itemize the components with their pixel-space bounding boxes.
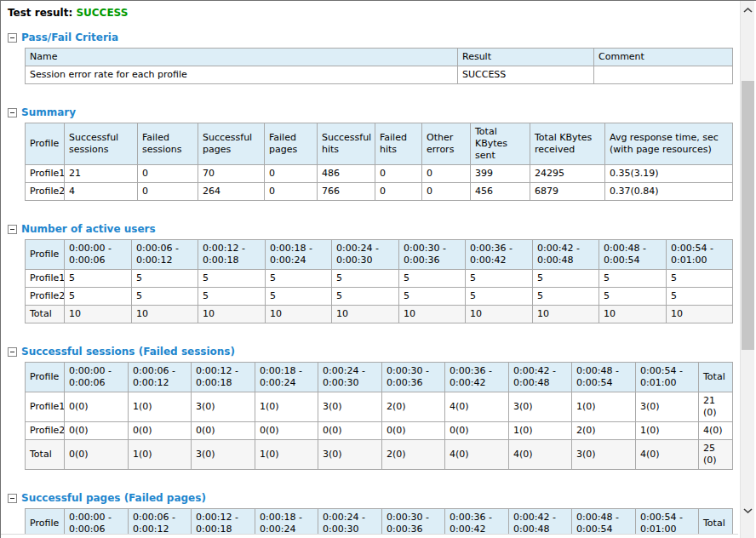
- section-title: Number of active users: [21, 223, 156, 236]
- table-cell: 6879: [530, 183, 605, 201]
- table-cell: 0(0): [318, 422, 382, 440]
- column-header: Total KBytes sent: [471, 123, 530, 165]
- column-header: 0:00:24 - 0:00:30: [318, 509, 382, 535]
- column-header: Successful hits: [318, 123, 375, 165]
- header-row: Profile0:00:00 - 0:00:060:00:06 - 0:00:1…: [26, 509, 733, 535]
- scroll-down-button[interactable]: [741, 504, 754, 518]
- scrollbar-thumb[interactable]: [742, 81, 754, 350]
- table-cell: 5: [332, 270, 399, 288]
- table-cell: Profile2: [26, 422, 65, 440]
- table-cell: Profile1: [26, 165, 65, 183]
- vertical-scrollbar[interactable]: [740, 1, 754, 538]
- table-cell: 21: [65, 165, 138, 183]
- table-cell: 5: [599, 270, 667, 288]
- table-cell: 3(0): [192, 440, 255, 470]
- column-header: 0:00:24 - 0:00:30: [318, 363, 382, 392]
- table-cell: 5: [332, 288, 399, 306]
- table-cell: 0: [422, 183, 471, 201]
- table-cell: 1(0): [509, 422, 572, 440]
- column-header: 0:00:00 - 0:00:06: [65, 363, 129, 392]
- header-row: Profile0:00:00 - 0:00:060:00:06 - 0:00:1…: [26, 363, 733, 392]
- column-header: 0:00:36 - 0:00:42: [445, 363, 509, 392]
- column-header: Profile: [26, 509, 65, 535]
- table-cell: 3(0): [636, 392, 699, 422]
- column-header: Comment: [594, 49, 733, 66]
- section-heading: Successful pages (Failed pages): [8, 492, 738, 505]
- collapse-icon[interactable]: [8, 33, 17, 43]
- table-cell: 10: [198, 306, 266, 323]
- column-header: 0:00:00 - 0:00:06: [65, 240, 132, 270]
- test-result-line: Test result: SUCCESS: [8, 7, 738, 20]
- table-cell: 10: [332, 306, 399, 323]
- section-heading: Successful sessions (Failed sessions): [8, 346, 738, 358]
- table-cell: 0(0): [129, 422, 192, 440]
- report-content: Test result: SUCCESS Pass/Fail Criteria …: [1, 1, 738, 534]
- table-cell: 0: [422, 165, 471, 183]
- collapse-icon[interactable]: [8, 108, 17, 117]
- summary-table: ProfileSuccessful sessionsFailed session…: [25, 123, 733, 201]
- column-header: Successful sessions: [65, 123, 138, 165]
- active-users-table: Profile0:00:00 - 0:00:060:00:06 - 0:00:1…: [25, 239, 733, 323]
- table-cell: 4(0): [445, 392, 509, 422]
- scroll-up-button[interactable]: [741, 3, 754, 17]
- table-cell: 10: [599, 306, 667, 323]
- table-row: Total0(0)1(0)3(0)1(0)3(0)2(0)4(0)4(0)3(0…: [26, 440, 733, 470]
- table-row: Session error rate for each profileSUCCE…: [26, 66, 733, 84]
- table-cell: 10: [266, 306, 332, 323]
- collapse-icon[interactable]: [8, 225, 17, 234]
- table-cell: 0.35(3.19): [605, 165, 733, 183]
- table-cell: 5: [266, 270, 332, 288]
- table-cell: [594, 66, 733, 84]
- table-row: Profile20(0)0(0)0(0)0(0)0(0)0(0)0(0)1(0)…: [26, 422, 733, 440]
- column-header: Failed hits: [375, 123, 422, 165]
- table-cell: 766: [318, 183, 375, 201]
- column-header: 0:00:12 - 0:00:18: [198, 240, 266, 270]
- chevron-down-icon: [743, 508, 753, 513]
- column-header: Successful pages: [198, 123, 265, 165]
- table-cell: 10: [667, 306, 733, 323]
- column-header: Profile: [26, 363, 65, 392]
- column-header: 0:00:42 - 0:00:48: [533, 240, 599, 270]
- column-header: Failed pages: [265, 123, 318, 165]
- table-cell: Session error rate for each profile: [26, 66, 458, 84]
- table-cell: 5: [65, 270, 132, 288]
- table-cell: 4: [65, 183, 138, 201]
- column-header: Profile: [26, 240, 65, 270]
- section-summary: Summary ProfileSuccessful sessionsFailed…: [8, 106, 738, 201]
- table-cell: 0: [138, 183, 198, 201]
- table-cell: 1(0): [255, 440, 318, 470]
- section-heading: Pass/Fail Criteria: [8, 31, 738, 44]
- table-cell: 3(0): [318, 392, 382, 422]
- column-header: 0:00:54 - 0:01:00: [667, 240, 733, 270]
- table-cell: 10: [132, 306, 198, 323]
- test-result-label: Test result:: [8, 7, 72, 19]
- column-header: 0:00:12 - 0:00:18: [192, 363, 255, 392]
- table-cell: 5: [466, 288, 533, 306]
- table-cell: 0: [138, 165, 198, 183]
- table-cell: 0: [265, 183, 318, 201]
- column-header: 0:00:30 - 0:00:36: [382, 509, 445, 535]
- table-cell: 1(0): [129, 392, 192, 422]
- table-cell: 10: [533, 306, 599, 323]
- column-header: 0:00:18 - 0:00:24: [266, 240, 332, 270]
- table-cell: 2(0): [382, 440, 445, 470]
- table-cell: 456: [471, 183, 530, 201]
- column-header: 0:00:48 - 0:00:54: [572, 363, 636, 392]
- table-cell: 5: [533, 288, 599, 306]
- table-cell: 5: [533, 270, 599, 288]
- table-cell: 0(0): [255, 422, 318, 440]
- table-row: Profile10(0)1(0)3(0)1(0)3(0)2(0)4(0)3(0)…: [26, 392, 733, 422]
- table-cell: 4(0): [699, 422, 733, 440]
- collapse-icon[interactable]: [8, 347, 17, 357]
- table-cell: 10: [65, 306, 132, 323]
- header-row: ProfileSuccessful sessionsFailed session…: [26, 123, 733, 165]
- table-cell: 3(0): [318, 440, 382, 470]
- column-header: Failed sessions: [138, 123, 198, 165]
- table-cell: 0: [375, 165, 422, 183]
- table-cell: 5: [266, 288, 332, 306]
- collapse-icon[interactable]: [8, 494, 17, 503]
- column-header: 0:00:48 - 0:00:54: [572, 509, 636, 535]
- table-cell: 0(0): [65, 392, 129, 422]
- table-cell: 399: [471, 165, 530, 183]
- table-cell: 0(0): [382, 422, 445, 440]
